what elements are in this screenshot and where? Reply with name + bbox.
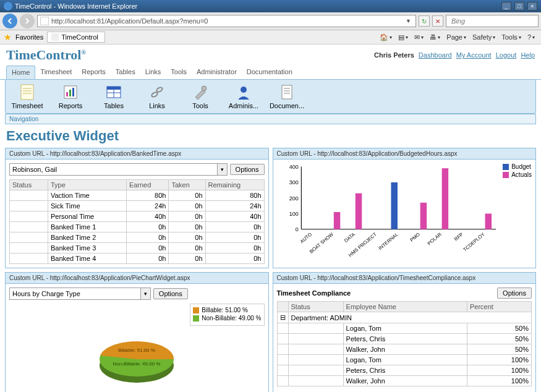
admin-icon [235,83,252,101]
help-icon[interactable]: ?▾ [525,32,537,42]
tab-home[interactable]: Home [6,66,35,79]
table-row[interactable]: Walker, John50% [277,344,532,355]
favorites-star-icon[interactable]: ★ [4,32,12,42]
table-row[interactable]: Walker, John100% [277,376,532,386]
expand-icon[interactable]: ⊟ [277,312,288,323]
compliance-title: Timesheet Compliance [277,289,351,297]
table-row[interactable]: Peters, Chris50% [277,334,532,344]
close-button[interactable]: × [527,2,537,11]
svg-text:DATA: DATA [343,231,357,244]
pie-header: Custom URL - http://localhost:83/Applica… [6,273,268,284]
employee-combo[interactable]: ▾ [9,163,228,176]
feeds-icon[interactable]: ▤▾ [396,32,411,43]
search-box[interactable] [446,15,539,27]
pie-combo[interactable]: ▾ [9,288,151,300]
compliance-options-button[interactable]: Options [497,288,532,299]
tab-docs[interactable]: Documentation [242,66,297,79]
pie-dropdown-icon[interactable]: ▾ [140,288,150,299]
table-row[interactable]: Banked Time 10h0h0h [10,222,265,232]
safety-menu[interactable]: Safety▾ [470,32,498,42]
col-c-emp[interactable]: Employee Name [343,302,467,312]
forward-button[interactable] [20,14,35,28]
ribbon-timesheet[interactable]: Timesheet [12,83,43,109]
address-dropdown-icon[interactable]: ▼ [406,18,413,24]
browser-tab[interactable]: TimeControl [47,32,105,43]
ribbon-reports[interactable]: Reports [55,83,86,109]
link-dashboard[interactable]: Dashboard [419,51,452,59]
tools-icon [192,83,209,101]
favorites-label[interactable]: Favorites [15,33,43,41]
table-row[interactable]: Personal Time40h0h40h [10,211,265,222]
pie-combo-input[interactable] [10,288,140,299]
tab-tables[interactable]: Tables [111,66,140,79]
address-input[interactable] [51,17,406,25]
legend-swatch-actuals [503,172,509,178]
table-row[interactable]: Logan, Tom50% [277,323,532,334]
combo-dropdown-icon[interactable]: ▾ [217,164,227,175]
search-input[interactable] [451,17,537,25]
link-logout[interactable]: Logout [496,51,517,59]
tab-tools[interactable]: Tools [166,66,192,79]
legend-swatch-budget [503,164,509,170]
svg-text:POLAR: POLAR [426,231,442,246]
svg-text:100: 100 [289,211,298,217]
table-row[interactable]: Vaction Time80h0h80h [10,190,265,201]
table-row[interactable]: Banked Time 20h0h0h [10,232,265,243]
employee-input[interactable] [10,164,217,175]
svg-point-16 [202,86,207,91]
ribbon-tables[interactable]: Tables [98,83,129,109]
link-myaccount[interactable]: My Account [456,51,492,59]
maximize-button[interactable]: □ [514,2,524,11]
page-menu[interactable]: Page▾ [444,32,469,42]
table-row[interactable]: Banked Time 40h0h0h [10,254,265,264]
col-status[interactable]: Status [10,180,48,190]
svg-text:200: 200 [289,195,298,202]
col-taken[interactable]: Taken [169,180,205,190]
tab-links[interactable]: Links [140,66,166,79]
table-row[interactable]: Banked Time 30h0h0h [10,243,265,254]
minimize-button[interactable]: _ [501,2,511,11]
ribbon-admin[interactable]: Adminis... [228,83,259,109]
svg-rect-7 [66,92,68,96]
col-type[interactable]: Type [48,180,126,190]
pie-chart: Billable: 51.00 % Non-Billable: 49.00 % [81,328,192,390]
refresh-icon[interactable]: ↻ [419,15,430,27]
stop-icon[interactable]: ✕ [432,15,443,27]
col-c-pct[interactable]: Percent [467,302,531,312]
pie-options-button[interactable]: Options [153,288,188,299]
compliance-widget: Custom URL - http://localhost:83/Applica… [273,272,537,392]
address-bar[interactable]: ▼ [37,15,416,27]
tools-menu[interactable]: Tools▾ [499,32,524,42]
user-name: Chris Peters [374,51,414,59]
ribbon-docs[interactable]: Documen... [271,83,302,109]
home-icon[interactable]: 🏠▾ [377,32,394,43]
table-row[interactable]: Logan, Tom100% [277,355,532,365]
col-remaining[interactable]: Remaining [205,180,264,190]
back-button[interactable] [2,14,17,28]
banked-widget: Custom URL - http://localhost:83/Applica… [5,148,269,268]
link-help[interactable]: Help [521,51,535,59]
banked-header: Custom URL - http://localhost:83/Applica… [6,148,268,160]
tab-icon [51,33,59,41]
timesheet-icon [19,83,36,101]
mail-icon[interactable]: ✉▾ [412,32,426,43]
tab-reports[interactable]: Reports [77,66,111,79]
table-row[interactable]: Peters, Chris100% [277,365,532,376]
tab-admin[interactable]: Administrator [192,66,242,79]
col-c-status[interactable]: Status [288,302,343,312]
window-controls: _ □ × [500,2,537,11]
app-logo: TimeControl® [6,47,86,63]
ribbon: Timesheet Reports Tables Links Tools Adm… [5,80,536,114]
svg-text:400: 400 [289,164,298,170]
print-icon[interactable]: 🖶▾ [427,32,443,42]
col-earned[interactable]: Earned [126,180,169,190]
table-row[interactable]: Sick Time24h0h24h [10,201,265,211]
svg-text:BOAT SHOW: BOAT SHOW [309,231,334,255]
ribbon-links[interactable]: Links [142,83,173,109]
window-title: TimeControl - Windows Internet Explorer [15,2,137,10]
svg-text:300: 300 [289,179,298,185]
ribbon-tools[interactable]: Tools [185,83,216,109]
tab-timesheet[interactable]: Timesheet [35,66,77,79]
svg-rect-9 [72,88,74,96]
banked-options-button[interactable]: Options [230,164,265,175]
